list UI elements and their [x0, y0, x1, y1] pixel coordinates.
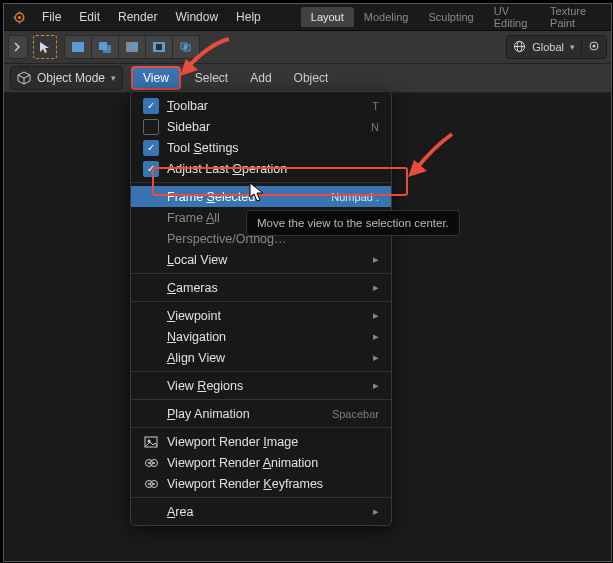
menu-help[interactable]: Help — [228, 7, 269, 27]
submenu-arrow-icon: ▸ — [373, 253, 379, 266]
tab-layout[interactable]: Layout — [301, 7, 354, 27]
menu-item-play-animation[interactable]: Play AnimationSpacebar — [131, 403, 391, 424]
menu-item-navigation[interactable]: Navigation▸ — [131, 326, 391, 347]
menu-item-viewport-render-image[interactable]: Viewport Render Image — [131, 431, 391, 452]
render-animation-icon — [143, 455, 159, 471]
annotation-arrow-2 — [402, 129, 457, 184]
mode-label: Object Mode — [37, 71, 105, 85]
menu-item-viewpoint[interactable]: Viewpoint▸ — [131, 305, 391, 326]
select-menu[interactable]: Select — [187, 68, 236, 88]
transform-orientation-dropdown[interactable]: Global ▾ — [506, 35, 607, 59]
view-menu-button[interactable]: View — [131, 66, 181, 90]
menu-item-area[interactable]: Area▸ — [131, 501, 391, 522]
render-keyframes-icon — [143, 476, 159, 492]
view-menu-dropdown: ToolbarT SidebarN Tool Settings Adjust L… — [130, 91, 392, 526]
toolbar: Global ▾ — [4, 31, 611, 64]
tooltip: Move the view to the selection center. — [246, 210, 460, 236]
select-mode-extend-icon[interactable] — [92, 35, 119, 59]
checkbox-icon — [143, 140, 159, 156]
tab-uv-editing[interactable]: UV Editing — [484, 1, 540, 33]
checkbox-icon — [143, 119, 159, 135]
svg-point-58 — [148, 483, 150, 485]
menu-item-viewport-render-keyframes[interactable]: Viewport Render Keyframes — [131, 473, 391, 494]
svg-rect-2 — [72, 42, 84, 52]
mode-dropdown[interactable]: Object Mode ▾ — [10, 66, 123, 90]
menu-item-align-view[interactable]: Align View▸ — [131, 347, 391, 368]
transform-pivot-icon[interactable] — [588, 40, 600, 54]
menu-file[interactable]: File — [34, 7, 69, 27]
selection-mode-cluster — [64, 35, 200, 59]
chevron-down-icon: ▾ — [111, 73, 116, 83]
svg-rect-11 — [184, 45, 187, 49]
object-mode-icon — [17, 71, 31, 85]
menu-item-toolbar[interactable]: ToolbarT — [131, 95, 391, 116]
tab-modeling[interactable]: Modeling — [354, 7, 419, 27]
tab-texture-paint[interactable]: Texture Paint — [540, 1, 605, 33]
select-mode-new-icon[interactable] — [64, 35, 92, 59]
menu-item-tool-settings[interactable]: Tool Settings — [131, 137, 391, 158]
top-menu-bar: File Edit Render Window Help Layout Mode… — [4, 4, 611, 31]
chevron-down-icon: ▾ — [570, 42, 575, 52]
submenu-arrow-icon: ▸ — [373, 309, 379, 322]
add-menu[interactable]: Add — [242, 68, 279, 88]
svg-point-16 — [593, 45, 596, 48]
submenu-arrow-icon: ▸ — [373, 281, 379, 294]
select-mode-subtract-icon[interactable] — [119, 35, 146, 59]
checkbox-icon — [143, 161, 159, 177]
submenu-arrow-icon: ▸ — [373, 330, 379, 343]
editor-header: Object Mode ▾ View Select Add Object — [4, 64, 611, 93]
svg-rect-6 — [130, 44, 137, 50]
svg-rect-4 — [103, 45, 111, 53]
select-mode-invert-icon[interactable] — [146, 35, 173, 59]
svg-point-1 — [17, 15, 20, 18]
menu-item-sidebar[interactable]: SidebarN — [131, 116, 391, 137]
checkbox-icon — [143, 98, 159, 114]
cursor-tool-icon[interactable] — [33, 35, 57, 59]
globe-icon — [513, 40, 526, 55]
menu-item-frame-selected[interactable]: Frame SelectedNumpad . — [131, 186, 391, 207]
app-logo-icon — [10, 8, 28, 26]
menu-item-cameras[interactable]: Cameras▸ — [131, 277, 391, 298]
svg-point-54 — [148, 462, 150, 464]
submenu-arrow-icon: ▸ — [373, 505, 379, 518]
transform-orientation-label: Global — [532, 41, 564, 53]
menu-window[interactable]: Window — [167, 7, 226, 27]
header-expand-icon[interactable] — [8, 35, 28, 59]
object-menu[interactable]: Object — [286, 68, 337, 88]
menu-render[interactable]: Render — [110, 7, 165, 27]
menu-item-local-view[interactable]: Local View▸ — [131, 249, 391, 270]
tab-sculpting[interactable]: Sculpting — [418, 7, 483, 27]
render-image-icon — [143, 434, 159, 450]
workspace-tabs: Layout Modeling Sculpting UV Editing Tex… — [301, 1, 605, 33]
svg-rect-8 — [156, 44, 162, 50]
menu-item-adjust-last-operation[interactable]: Adjust Last Operation — [131, 158, 391, 179]
svg-point-55 — [153, 462, 155, 464]
submenu-arrow-icon: ▸ — [373, 351, 379, 364]
select-mode-intersect-icon[interactable] — [173, 35, 200, 59]
menu-item-viewport-render-animation[interactable]: Viewport Render Animation — [131, 452, 391, 473]
svg-point-59 — [153, 483, 155, 485]
menu-edit[interactable]: Edit — [71, 7, 108, 27]
menu-item-view-regions[interactable]: View Regions▸ — [131, 375, 391, 396]
submenu-arrow-icon: ▸ — [373, 379, 379, 392]
